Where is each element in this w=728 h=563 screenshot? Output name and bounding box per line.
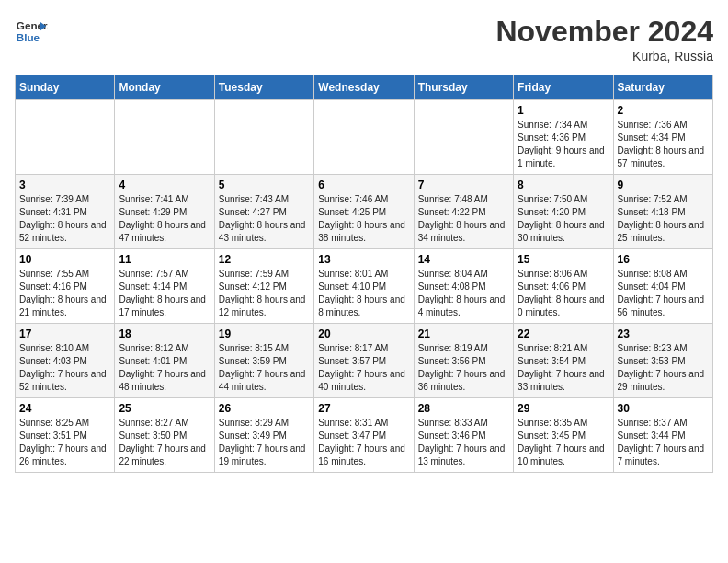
day-info: Sunrise: 7:55 AM Sunset: 4:16 PM Dayligh… bbox=[19, 268, 110, 319]
day-number: 16 bbox=[618, 253, 709, 266]
day-number: 17 bbox=[19, 327, 110, 340]
day-info: Sunrise: 8:15 AM Sunset: 3:59 PM Dayligh… bbox=[219, 342, 310, 394]
day-number: 8 bbox=[518, 178, 609, 191]
logo: General Blue bbox=[15, 15, 48, 48]
day-info: Sunrise: 7:36 AM Sunset: 4:34 PM Dayligh… bbox=[618, 119, 709, 170]
location: Kurba, Russia bbox=[495, 49, 713, 63]
calendar-cell: 21Sunrise: 8:19 AM Sunset: 3:56 PM Dayli… bbox=[414, 324, 513, 398]
day-number: 7 bbox=[418, 178, 509, 191]
day-info: Sunrise: 8:31 AM Sunset: 3:47 PM Dayligh… bbox=[318, 417, 409, 468]
calendar-cell: 9Sunrise: 7:52 AM Sunset: 4:18 PM Daylig… bbox=[613, 175, 712, 249]
calendar-cell: 17Sunrise: 8:10 AM Sunset: 4:03 PM Dayli… bbox=[16, 324, 115, 398]
day-number: 12 bbox=[219, 253, 310, 266]
day-number: 9 bbox=[618, 178, 709, 191]
day-number: 18 bbox=[119, 327, 210, 340]
calendar-cell: 4Sunrise: 7:41 AM Sunset: 4:29 PM Daylig… bbox=[115, 175, 214, 249]
header-day: Sunday bbox=[16, 75, 115, 100]
calendar-cell: 25Sunrise: 8:27 AM Sunset: 3:50 PM Dayli… bbox=[115, 398, 214, 473]
calendar-week: 10Sunrise: 7:55 AM Sunset: 4:16 PM Dayli… bbox=[16, 249, 713, 324]
day-info: Sunrise: 7:34 AM Sunset: 4:36 PM Dayligh… bbox=[518, 119, 609, 170]
calendar-week: 17Sunrise: 8:10 AM Sunset: 4:03 PM Dayli… bbox=[16, 324, 713, 398]
day-info: Sunrise: 8:17 AM Sunset: 3:57 PM Dayligh… bbox=[318, 342, 409, 394]
day-number: 13 bbox=[318, 253, 409, 266]
day-info: Sunrise: 8:35 AM Sunset: 3:45 PM Dayligh… bbox=[518, 417, 609, 468]
day-number: 14 bbox=[418, 253, 509, 266]
day-number: 27 bbox=[318, 402, 409, 415]
header-day: Wednesday bbox=[314, 75, 414, 100]
day-number: 25 bbox=[119, 402, 210, 415]
calendar-cell bbox=[214, 100, 313, 175]
calendar-cell: 2Sunrise: 7:36 AM Sunset: 4:34 PM Daylig… bbox=[613, 100, 712, 175]
day-info: Sunrise: 8:08 AM Sunset: 4:04 PM Dayligh… bbox=[618, 268, 709, 319]
calendar-cell: 30Sunrise: 8:37 AM Sunset: 3:44 PM Dayli… bbox=[613, 398, 712, 473]
calendar-cell: 8Sunrise: 7:50 AM Sunset: 4:20 PM Daylig… bbox=[514, 175, 613, 249]
day-number: 1 bbox=[518, 104, 609, 117]
day-number: 11 bbox=[119, 253, 210, 266]
day-info: Sunrise: 8:25 AM Sunset: 3:51 PM Dayligh… bbox=[19, 417, 110, 468]
day-number: 2 bbox=[618, 104, 709, 117]
calendar-cell: 18Sunrise: 8:12 AM Sunset: 4:01 PM Dayli… bbox=[115, 324, 214, 398]
header-day: Thursday bbox=[414, 75, 513, 100]
day-number: 28 bbox=[418, 402, 509, 415]
header-day: Saturday bbox=[613, 75, 712, 100]
day-info: Sunrise: 8:10 AM Sunset: 4:03 PM Dayligh… bbox=[19, 342, 110, 394]
day-info: Sunrise: 8:21 AM Sunset: 3:54 PM Dayligh… bbox=[518, 342, 609, 394]
day-number: 29 bbox=[518, 402, 609, 415]
calendar-cell: 11Sunrise: 7:57 AM Sunset: 4:14 PM Dayli… bbox=[115, 249, 214, 324]
day-info: Sunrise: 7:43 AM Sunset: 4:27 PM Dayligh… bbox=[219, 193, 310, 245]
day-info: Sunrise: 8:27 AM Sunset: 3:50 PM Dayligh… bbox=[119, 417, 210, 468]
calendar-cell: 23Sunrise: 8:23 AM Sunset: 3:53 PM Dayli… bbox=[613, 324, 712, 398]
header-day: Tuesday bbox=[214, 75, 313, 100]
page-header: General Blue November 2024 Kurba, Russia bbox=[15, 15, 713, 63]
header-day: Friday bbox=[514, 75, 613, 100]
day-number: 15 bbox=[518, 253, 609, 266]
day-number: 26 bbox=[219, 402, 310, 415]
calendar-cell bbox=[115, 100, 214, 175]
day-number: 5 bbox=[219, 178, 310, 191]
logo-icon: General Blue bbox=[15, 15, 48, 48]
title-block: November 2024 Kurba, Russia bbox=[495, 15, 713, 63]
day-info: Sunrise: 8:37 AM Sunset: 3:44 PM Dayligh… bbox=[618, 417, 709, 468]
calendar-cell: 26Sunrise: 8:29 AM Sunset: 3:49 PM Dayli… bbox=[214, 398, 313, 473]
day-info: Sunrise: 8:04 AM Sunset: 4:08 PM Dayligh… bbox=[418, 268, 509, 319]
calendar-cell: 19Sunrise: 8:15 AM Sunset: 3:59 PM Dayli… bbox=[214, 324, 313, 398]
header-day: Monday bbox=[115, 75, 214, 100]
calendar-cell: 16Sunrise: 8:08 AM Sunset: 4:04 PM Dayli… bbox=[613, 249, 712, 324]
calendar-cell: 29Sunrise: 8:35 AM Sunset: 3:45 PM Dayli… bbox=[514, 398, 613, 473]
calendar-cell: 20Sunrise: 8:17 AM Sunset: 3:57 PM Dayli… bbox=[314, 324, 414, 398]
day-number: 24 bbox=[19, 402, 110, 415]
day-info: Sunrise: 8:23 AM Sunset: 3:53 PM Dayligh… bbox=[618, 342, 709, 394]
day-info: Sunrise: 7:39 AM Sunset: 4:31 PM Dayligh… bbox=[19, 193, 110, 245]
day-info: Sunrise: 8:33 AM Sunset: 3:46 PM Dayligh… bbox=[418, 417, 509, 468]
calendar-cell: 6Sunrise: 7:46 AM Sunset: 4:25 PM Daylig… bbox=[314, 175, 414, 249]
calendar-cell: 22Sunrise: 8:21 AM Sunset: 3:54 PM Dayli… bbox=[514, 324, 613, 398]
day-info: Sunrise: 7:52 AM Sunset: 4:18 PM Dayligh… bbox=[618, 193, 709, 245]
day-info: Sunrise: 8:01 AM Sunset: 4:10 PM Dayligh… bbox=[318, 268, 409, 319]
calendar-cell: 28Sunrise: 8:33 AM Sunset: 3:46 PM Dayli… bbox=[414, 398, 513, 473]
day-info: Sunrise: 8:12 AM Sunset: 4:01 PM Dayligh… bbox=[119, 342, 210, 394]
day-info: Sunrise: 7:59 AM Sunset: 4:12 PM Dayligh… bbox=[219, 268, 310, 319]
day-number: 10 bbox=[19, 253, 110, 266]
day-info: Sunrise: 8:29 AM Sunset: 3:49 PM Dayligh… bbox=[219, 417, 310, 468]
svg-text:Blue: Blue bbox=[17, 31, 40, 43]
calendar-week: 1Sunrise: 7:34 AM Sunset: 4:36 PM Daylig… bbox=[16, 100, 713, 175]
day-info: Sunrise: 8:19 AM Sunset: 3:56 PM Dayligh… bbox=[418, 342, 509, 394]
calendar-cell: 13Sunrise: 8:01 AM Sunset: 4:10 PM Dayli… bbox=[314, 249, 414, 324]
calendar-cell: 3Sunrise: 7:39 AM Sunset: 4:31 PM Daylig… bbox=[16, 175, 115, 249]
month-title: November 2024 bbox=[495, 15, 713, 49]
day-info: Sunrise: 7:41 AM Sunset: 4:29 PM Dayligh… bbox=[119, 193, 210, 245]
calendar-cell bbox=[16, 100, 115, 175]
calendar-cell: 24Sunrise: 8:25 AM Sunset: 3:51 PM Dayli… bbox=[16, 398, 115, 473]
day-number: 3 bbox=[19, 178, 110, 191]
day-info: Sunrise: 7:50 AM Sunset: 4:20 PM Dayligh… bbox=[518, 193, 609, 245]
calendar-table: SundayMondayTuesdayWednesdayThursdayFrid… bbox=[15, 75, 713, 473]
day-info: Sunrise: 7:46 AM Sunset: 4:25 PM Dayligh… bbox=[318, 193, 409, 245]
calendar-cell: 15Sunrise: 8:06 AM Sunset: 4:06 PM Dayli… bbox=[514, 249, 613, 324]
day-number: 30 bbox=[618, 402, 709, 415]
calendar-cell: 10Sunrise: 7:55 AM Sunset: 4:16 PM Dayli… bbox=[16, 249, 115, 324]
calendar-week: 3Sunrise: 7:39 AM Sunset: 4:31 PM Daylig… bbox=[16, 175, 713, 249]
calendar-cell: 14Sunrise: 8:04 AM Sunset: 4:08 PM Dayli… bbox=[414, 249, 513, 324]
calendar-cell bbox=[414, 100, 513, 175]
day-number: 20 bbox=[318, 327, 409, 340]
calendar-cell: 1Sunrise: 7:34 AM Sunset: 4:36 PM Daylig… bbox=[514, 100, 613, 175]
